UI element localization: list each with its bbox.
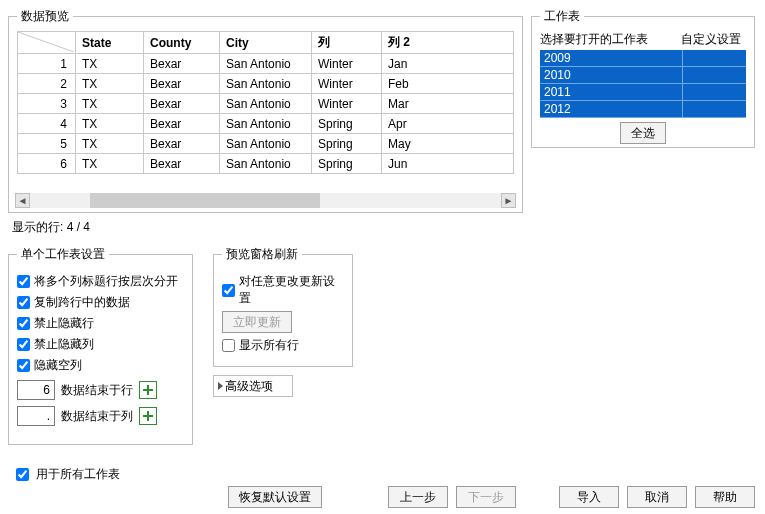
data-cell[interactable]: TX bbox=[76, 54, 144, 74]
data-cell[interactable]: May bbox=[382, 134, 514, 154]
select-all-button[interactable]: 全选 bbox=[620, 122, 666, 144]
help-button[interactable]: 帮助 bbox=[695, 486, 755, 508]
data-cell[interactable]: Spring bbox=[312, 154, 382, 174]
data-cell[interactable]: Winter bbox=[312, 74, 382, 94]
opt-forbid-hide-row-checkbox[interactable] bbox=[17, 317, 30, 330]
apply-all-checkbox[interactable] bbox=[16, 468, 29, 481]
row-number-cell: 2 bbox=[18, 74, 76, 94]
opt-multilabel[interactable]: 将多个列标题行按层次分开 bbox=[17, 273, 184, 290]
opt-hide-empty-col[interactable]: 隐藏空列 bbox=[17, 357, 184, 374]
refresh-group: 预览窗格刷新 对任意更改更新设置 立即更新 显示所有行 bbox=[213, 246, 353, 367]
data-cell[interactable]: San Antonio bbox=[220, 154, 312, 174]
cancel-button[interactable]: 取消 bbox=[627, 486, 687, 508]
restore-defaults-button[interactable]: 恢复默认设置 bbox=[228, 486, 322, 508]
data-cell[interactable]: San Antonio bbox=[220, 54, 312, 74]
col-header[interactable]: County bbox=[144, 32, 220, 54]
row-number-cell: 1 bbox=[18, 54, 76, 74]
data-cell[interactable]: Jan bbox=[382, 54, 514, 74]
data-cell[interactable]: Bexar bbox=[144, 114, 220, 134]
add-end-col-button[interactable] bbox=[139, 407, 157, 425]
import-button[interactable]: 导入 bbox=[559, 486, 619, 508]
apply-all-sheets[interactable]: 用于所有工作表 bbox=[12, 465, 120, 484]
data-cell[interactable]: Feb bbox=[382, 74, 514, 94]
opt-show-all-rows[interactable]: 显示所有行 bbox=[222, 337, 344, 354]
data-cell[interactable]: Bexar bbox=[144, 94, 220, 114]
col-header[interactable]: 列 bbox=[312, 32, 382, 54]
opt-hide-empty-col-checkbox[interactable] bbox=[17, 359, 30, 372]
col-header[interactable]: State bbox=[76, 32, 144, 54]
data-cell[interactable]: San Antonio bbox=[220, 114, 312, 134]
table-row[interactable]: 6TXBexarSan AntonioSpringJun bbox=[18, 154, 514, 174]
opt-any-change-checkbox[interactable] bbox=[222, 284, 235, 297]
opt-show-all-rows-label: 显示所有行 bbox=[239, 337, 299, 354]
table-row[interactable]: 1TXBexarSan AntonioWinterJan bbox=[18, 54, 514, 74]
data-cell[interactable]: TX bbox=[76, 74, 144, 94]
scroll-track[interactable] bbox=[30, 193, 501, 208]
data-preview-table-wrap: State County City 列 列 2 1TXBexarSan Anto… bbox=[17, 31, 514, 196]
data-cell[interactable]: TX bbox=[76, 94, 144, 114]
worksheets-group: 工作表 选择要打开的工作表 自定义设置 2009201020112012 全选 bbox=[531, 8, 755, 148]
advanced-options-toggle[interactable]: 高级选项 bbox=[213, 375, 293, 397]
col-header[interactable]: 列 2 bbox=[382, 32, 514, 54]
data-cell[interactable]: San Antonio bbox=[220, 74, 312, 94]
table-row[interactable]: 4TXBexarSan AntonioSpringApr bbox=[18, 114, 514, 134]
data-cell[interactable]: Apr bbox=[382, 114, 514, 134]
data-cell[interactable]: Bexar bbox=[144, 74, 220, 94]
update-now-button[interactable]: 立即更新 bbox=[222, 311, 292, 333]
scroll-thumb[interactable] bbox=[90, 193, 320, 208]
row-number-cell: 6 bbox=[18, 154, 76, 174]
worksheet-item[interactable]: 2009 bbox=[540, 50, 746, 67]
worksheet-item[interactable]: 2010 bbox=[540, 67, 746, 84]
data-cell[interactable]: Bexar bbox=[144, 134, 220, 154]
advanced-options-label: 高级选项 bbox=[225, 378, 273, 395]
refresh-legend: 预览窗格刷新 bbox=[222, 246, 302, 263]
end-col-input[interactable] bbox=[17, 406, 55, 426]
opt-forbid-hide-col-checkbox[interactable] bbox=[17, 338, 30, 351]
opt-forbid-hide-row[interactable]: 禁止隐藏行 bbox=[17, 315, 184, 332]
table-row[interactable]: 5TXBexarSan AntonioSpringMay bbox=[18, 134, 514, 154]
worksheets-header-col1: 选择要打开的工作表 bbox=[540, 31, 681, 48]
data-cell[interactable]: TX bbox=[76, 114, 144, 134]
opt-copy-span-checkbox[interactable] bbox=[17, 296, 30, 309]
data-cell[interactable]: TX bbox=[76, 134, 144, 154]
worksheet-item-custom bbox=[682, 67, 742, 83]
data-cell[interactable]: TX bbox=[76, 154, 144, 174]
row-number-cell: 3 bbox=[18, 94, 76, 114]
data-preview-table[interactable]: State County City 列 列 2 1TXBexarSan Anto… bbox=[17, 31, 514, 174]
opt-copy-span[interactable]: 复制跨行中的数据 bbox=[17, 294, 184, 311]
opt-any-change[interactable]: 对任意更改更新设置 bbox=[222, 273, 344, 307]
data-preview-legend: 数据预览 bbox=[17, 8, 73, 25]
single-sheet-legend: 单个工作表设置 bbox=[17, 246, 109, 263]
col-header[interactable]: City bbox=[220, 32, 312, 54]
prev-button[interactable]: 上一步 bbox=[388, 486, 448, 508]
worksheets-list[interactable]: 2009201020112012 bbox=[540, 50, 746, 118]
data-cell[interactable]: San Antonio bbox=[220, 94, 312, 114]
data-cell[interactable]: Spring bbox=[312, 134, 382, 154]
end-row-input[interactable] bbox=[17, 380, 55, 400]
table-row[interactable]: 3TXBexarSan AntonioWinterMar bbox=[18, 94, 514, 114]
worksheet-item-label: 2011 bbox=[544, 84, 682, 100]
scroll-left-icon[interactable]: ◄ bbox=[15, 193, 30, 208]
opt-any-change-label: 对任意更改更新设置 bbox=[239, 273, 344, 307]
table-row[interactable]: 2TXBexarSan AntonioWinterFeb bbox=[18, 74, 514, 94]
opt-forbid-hide-col-label: 禁止隐藏列 bbox=[34, 336, 94, 353]
data-cell[interactable]: Winter bbox=[312, 54, 382, 74]
end-col-label: 数据结束于列 bbox=[61, 408, 133, 425]
opt-forbid-hide-col[interactable]: 禁止隐藏列 bbox=[17, 336, 184, 353]
data-cell[interactable]: San Antonio bbox=[220, 134, 312, 154]
next-button[interactable]: 下一步 bbox=[456, 486, 516, 508]
data-cell[interactable]: Mar bbox=[382, 94, 514, 114]
data-cell[interactable]: Bexar bbox=[144, 54, 220, 74]
worksheet-item-custom bbox=[682, 50, 742, 66]
worksheet-item[interactable]: 2012 bbox=[540, 101, 746, 118]
scroll-right-icon[interactable]: ► bbox=[501, 193, 516, 208]
add-end-row-button[interactable] bbox=[139, 381, 157, 399]
opt-multilabel-checkbox[interactable] bbox=[17, 275, 30, 288]
worksheet-item[interactable]: 2011 bbox=[540, 84, 746, 101]
data-cell[interactable]: Bexar bbox=[144, 154, 220, 174]
data-cell[interactable]: Jun bbox=[382, 154, 514, 174]
data-cell[interactable]: Spring bbox=[312, 114, 382, 134]
data-cell[interactable]: Winter bbox=[312, 94, 382, 114]
opt-show-all-rows-checkbox[interactable] bbox=[222, 339, 235, 352]
horizontal-scrollbar[interactable]: ◄ ► bbox=[15, 193, 516, 208]
